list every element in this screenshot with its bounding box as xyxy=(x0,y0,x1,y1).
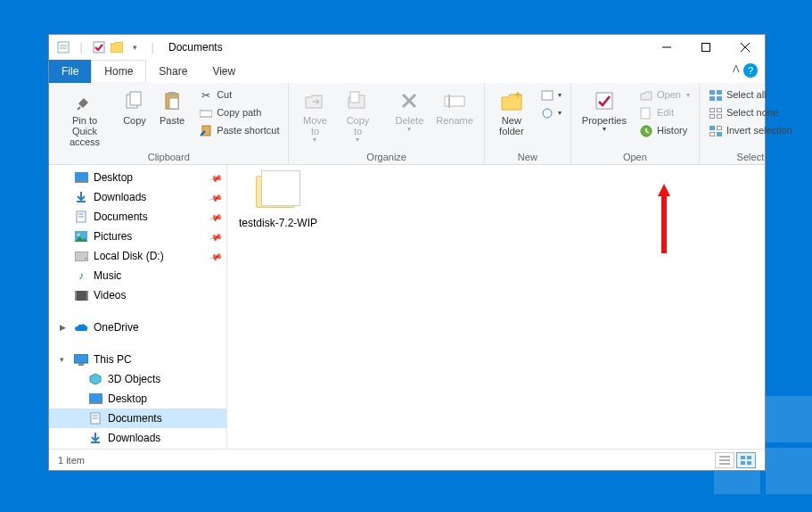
details-view-button[interactable] xyxy=(715,452,734,468)
sidebar-item-downloads[interactable]: Downloads📌 xyxy=(49,187,226,207)
desktop-icon xyxy=(74,170,88,185)
ribbon-tabs: File Home Share View ᐱ ? xyxy=(49,60,765,83)
pin-to-quick-access-button[interactable]: Pin to Quick access xyxy=(54,87,115,149)
properties-button[interactable]: Properties▾ xyxy=(577,87,632,136)
sidebar-item-videos[interactable]: Videos xyxy=(49,285,226,305)
label: Downloads xyxy=(108,432,160,444)
group-open: Properties▾ Open▾ Edit History Open xyxy=(571,83,700,164)
svg-rect-34 xyxy=(709,115,714,119)
label: Copy to xyxy=(342,115,373,136)
folder-icon xyxy=(252,170,304,211)
copy-button[interactable]: Copy xyxy=(117,87,152,128)
properties-check-icon[interactable] xyxy=(92,40,106,54)
svg-point-49 xyxy=(85,258,86,260)
qat-dropdown-icon[interactable]: ▾ xyxy=(127,40,142,54)
pin-icon: 📌 xyxy=(209,249,223,263)
group-clipboard: Pin to Quick access Copy Paste ✂Cut Copy… xyxy=(49,83,289,164)
delete-button[interactable]: Delete▾ xyxy=(390,87,429,136)
music-icon: ♪ xyxy=(74,268,88,283)
sidebar-item-music[interactable]: ♪Music xyxy=(49,266,226,285)
doc-icon[interactable] xyxy=(56,40,70,54)
tab-share[interactable]: Share xyxy=(146,60,200,83)
download-icon xyxy=(88,431,103,445)
open-button[interactable]: Open▾ xyxy=(636,87,693,104)
label: Open xyxy=(657,88,681,102)
sidebar-item-documents[interactable]: Documents📌 xyxy=(49,207,226,227)
copy-to-button[interactable]: Copy to▾ xyxy=(337,87,378,146)
copy-path-button[interactable]: Copy path xyxy=(195,104,283,122)
svg-point-24 xyxy=(543,109,552,118)
sidebar-item-local-disk[interactable]: Local Disk (D:)📌 xyxy=(49,246,226,266)
pictures-icon xyxy=(74,229,88,244)
sidebar-item-onedrive[interactable]: ▶OneDrive xyxy=(49,318,226,337)
new-folder-button[interactable]: New folder xyxy=(490,87,533,138)
easy-access-button[interactable]: ▾ xyxy=(537,104,565,122)
svg-rect-48 xyxy=(75,252,88,261)
maximize-button[interactable] xyxy=(686,35,726,60)
pin-icon: 📌 xyxy=(209,190,223,204)
svg-rect-41 xyxy=(75,181,88,183)
svg-rect-16 xyxy=(350,92,359,103)
rename-button[interactable]: Rename xyxy=(431,87,479,128)
chevron-right-icon[interactable]: ▶ xyxy=(60,323,66,332)
rename-icon xyxy=(442,88,467,113)
list-item[interactable]: testdisk-7.2-WIP xyxy=(238,167,318,229)
label: Desktop xyxy=(94,171,133,184)
sidebar-item-pc-documents[interactable]: Documents xyxy=(49,409,226,428)
tab-view[interactable]: View xyxy=(200,60,248,83)
svg-rect-29 xyxy=(717,90,722,95)
svg-rect-3 xyxy=(94,42,104,53)
cut-button[interactable]: ✂Cut xyxy=(195,87,283,104)
large-icons-view-button[interactable] xyxy=(736,452,756,468)
titlebar: | ▾ | Documents xyxy=(49,35,765,60)
select-all-button[interactable]: Select all xyxy=(705,87,796,104)
svg-rect-19 xyxy=(445,96,464,106)
label: Documents xyxy=(108,412,162,425)
tab-file[interactable]: File xyxy=(49,60,91,83)
svg-rect-52 xyxy=(86,291,88,301)
history-icon xyxy=(639,124,653,138)
sidebar-item-pc-desktop[interactable]: Desktop xyxy=(49,389,226,409)
label: Downloads xyxy=(94,191,146,203)
svg-rect-37 xyxy=(717,127,721,130)
sidebar-item-pictures[interactable]: Pictures📌 xyxy=(49,227,226,246)
close-button[interactable] xyxy=(726,35,765,60)
paste-shortcut-button[interactable]: Paste shortcut xyxy=(195,122,283,140)
sidebar-item-this-pc[interactable]: ▾This PC xyxy=(49,350,226,369)
ribbon-collapse-icon[interactable]: ᐱ xyxy=(733,63,740,75)
cloud-icon xyxy=(74,320,88,334)
label: Desktop xyxy=(108,392,147,405)
svg-rect-33 xyxy=(717,109,721,112)
invert-selection-button[interactable]: Invert selection xyxy=(705,122,796,140)
shortcut-icon xyxy=(199,124,213,138)
svg-rect-14 xyxy=(200,111,212,117)
delete-icon xyxy=(397,88,422,113)
help-icon[interactable]: ? xyxy=(743,63,758,78)
select-none-button[interactable]: Select none xyxy=(705,104,796,122)
tab-home[interactable]: Home xyxy=(91,60,146,83)
drive-icon xyxy=(74,249,88,263)
sidebar-item-desktop[interactable]: Desktop📌 xyxy=(49,168,226,187)
group-label: Select xyxy=(705,152,796,164)
minimize-button[interactable] xyxy=(647,35,686,60)
sidebar-item-3d-objects[interactable]: 3D Objects xyxy=(49,369,226,389)
desktop-icon xyxy=(88,392,103,406)
history-button[interactable]: History xyxy=(636,122,693,140)
folder-icon[interactable] xyxy=(110,40,124,54)
svg-rect-40 xyxy=(75,172,88,181)
svg-rect-0 xyxy=(58,42,69,53)
svg-rect-23 xyxy=(542,91,553,100)
sidebar-item-pc-downloads[interactable]: Downloads xyxy=(49,428,226,448)
pc-icon xyxy=(74,352,88,367)
chevron-down-icon[interactable]: ▾ xyxy=(60,355,64,364)
new-item-button[interactable]: ▾ xyxy=(537,87,565,104)
pin-icon: 📌 xyxy=(209,210,223,224)
edit-button[interactable]: Edit xyxy=(636,104,693,122)
file-list[interactable]: testdisk-7.2-WIP xyxy=(227,165,765,449)
move-to-button[interactable]: Move to▾ xyxy=(294,87,335,146)
paste-button[interactable]: Paste xyxy=(154,87,190,128)
label: Pin to Quick access xyxy=(60,115,110,147)
label: Paste shortcut xyxy=(217,124,279,137)
svg-rect-32 xyxy=(709,109,714,112)
svg-line-8 xyxy=(78,107,80,110)
